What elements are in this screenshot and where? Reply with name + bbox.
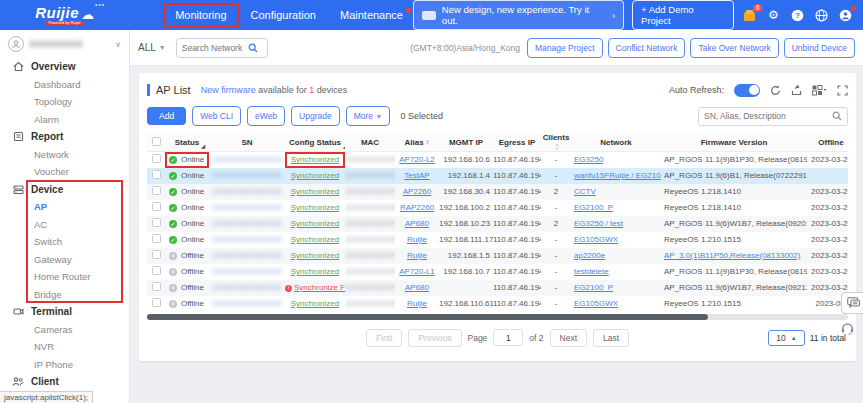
config-status-link[interactable]: Synchronized [291,299,339,308]
network-link[interactable]: EG2100_P [574,283,613,292]
add-demo-project-button[interactable]: + Add Demo Project [632,0,734,30]
row-checkbox[interactable] [152,154,161,163]
config-status-link[interactable]: Synchronized [291,267,339,276]
conflict-network-button[interactable]: Conflict Network [608,38,686,58]
network-link[interactable]: EG3250 / test [574,219,623,228]
scrollbar-thumb[interactable] [147,314,708,320]
sidebar-item-switch[interactable]: Switch [0,233,129,251]
config-status-link[interactable]: Synchronized [291,171,339,180]
brand-logo[interactable]: Ruijie ☁ ●●● Powered by Ruijie [0,5,129,25]
sort-icon[interactable]: ▲▼ [555,143,559,150]
sidebar-item-topology[interactable]: Topology [0,93,129,111]
support-headset-icon[interactable] [840,321,855,340]
page-number-input[interactable] [493,329,523,346]
nav-configuration[interactable]: Configuration [241,5,326,25]
row-checkbox[interactable] [152,186,161,195]
sidebar-section-terminal[interactable]: Terminal [0,303,129,321]
sidebar-item-bridge[interactable]: Bridge [0,286,129,304]
row-checkbox[interactable] [152,298,161,307]
page-size-select[interactable]: 10▲ [768,330,804,346]
network-link[interactable]: testdelete [574,267,609,276]
gear-icon[interactable]: ⚙ [766,8,781,23]
user-menu-icon[interactable] [838,8,853,23]
alias-link[interactable]: AP2260 [403,187,431,196]
new-firmware-link[interactable]: New firmware [201,85,256,95]
select-all-checkbox[interactable] [152,137,161,146]
alias-link[interactable]: AP680 [405,283,429,292]
sort-icon[interactable]: ▲▼ [426,139,430,146]
config-status-link[interactable]: Synchronized [291,155,339,164]
config-status-link[interactable]: Synchronized [291,187,339,196]
globe-icon[interactable] [814,8,829,23]
upgrade-button[interactable]: Upgrade [291,106,340,126]
notification-icon[interactable]: 6 [742,8,757,23]
nav-maintenance[interactable]: Maintenance [330,5,413,25]
row-checkbox[interactable] [152,234,161,243]
table-search-input[interactable] [704,111,832,121]
row-checkbox[interactable] [152,202,161,211]
network-link[interactable]: wanfu15FRuijie / EG2100P_15F [574,171,661,180]
sidebar-item-cameras[interactable]: Cameras [0,321,129,339]
row-checkbox[interactable] [152,218,161,227]
row-checkbox[interactable] [152,282,161,291]
sidebar-item-dashboard[interactable]: Dashboard [0,76,129,94]
sidebar-item-home-router[interactable]: Home Router [0,268,129,286]
sidebar-section-overview[interactable]: Overview [0,58,129,76]
row-checkbox[interactable] [152,250,161,259]
previous-page-button[interactable]: Previous [408,329,461,347]
sidebar-item-network[interactable]: Network [0,146,129,164]
filter-icon[interactable]: ◢ [201,143,205,149]
search-icon[interactable] [248,43,258,53]
help-icon[interactable]: ? [790,8,805,23]
firmware-link[interactable]: AP_3.0(1)B11P50,Release(08133002) [664,251,800,260]
search-icon[interactable] [832,111,842,121]
account-selector[interactable]: XXXXXXXXX ∨ [0,30,129,58]
first-page-button[interactable]: First [366,329,403,347]
nav-monitoring[interactable]: Monitoring [165,5,236,25]
sidebar-item-gateway[interactable]: Gateway [0,251,129,269]
take-over-network-button[interactable]: Take Over Network [690,38,778,58]
alias-link[interactable]: Ruijie [407,235,427,244]
manage-project-button[interactable]: Manage Project [527,38,603,58]
sidebar-item-voucher[interactable]: Voucher [0,163,129,181]
last-page-button[interactable]: Last [593,329,629,347]
network-link[interactable]: CCTV [574,187,596,196]
alias-link[interactable]: AP720-L1 [399,267,435,276]
web-cli-button[interactable]: Web CLI [192,106,241,126]
sidebar-item-ip-phone[interactable]: IP Phone [0,356,129,374]
network-link[interactable]: EG105GWX [574,299,618,308]
network-link[interactable]: ap2200e [574,251,605,260]
new-design-banner-button[interactable]: New design, new experience. Try it out. … [413,0,624,30]
sidebar-item-alarm[interactable]: Alarm [0,111,129,129]
network-link[interactable]: EG3250 [574,155,603,164]
fullscreen-icon[interactable] [837,85,848,96]
network-link[interactable]: EG105GWX [574,235,618,244]
alias-link[interactable]: Ruijie [407,251,427,260]
sidebar-section-client[interactable]: Client [0,373,129,391]
add-button[interactable]: Add [147,107,186,125]
network-search-input[interactable] [182,43,244,53]
scope-dropdown[interactable]: ALL▼ [138,42,166,53]
alias-link[interactable]: TestAP [404,171,429,180]
sidebar-item-ap[interactable]: AP [0,198,129,216]
sidebar-item-nvr[interactable]: NVR [0,338,129,356]
alias-link[interactable]: Ruijie [407,299,427,308]
sidebar-section-report[interactable]: Report [0,128,129,146]
config-status-link[interactable]: Synchronized [291,235,339,244]
config-status-link[interactable]: Synchronize Failed [294,283,345,292]
alias-link[interactable]: RAP2260 [400,203,434,212]
unbind-device-button[interactable]: Unbind Device [784,38,855,58]
config-status-link[interactable]: Synchronized [291,203,339,212]
alias-link[interactable]: AP720-L2 [399,155,435,164]
eweb-button[interactable]: eWeb [247,106,285,126]
next-page-button[interactable]: Next [550,329,587,347]
row-checkbox[interactable] [152,170,161,179]
more-dropdown-button[interactable]: More ▼ [346,106,391,126]
auto-refresh-toggle[interactable] [734,84,760,97]
row-checkbox[interactable] [152,266,161,275]
sidebar-section-device[interactable]: Device [0,181,129,199]
feedback-chat-icon[interactable] [841,292,863,314]
select-all-header[interactable] [147,133,165,152]
column-settings-icon[interactable] [812,85,827,96]
config-status-link[interactable]: Synchronized [291,219,339,228]
